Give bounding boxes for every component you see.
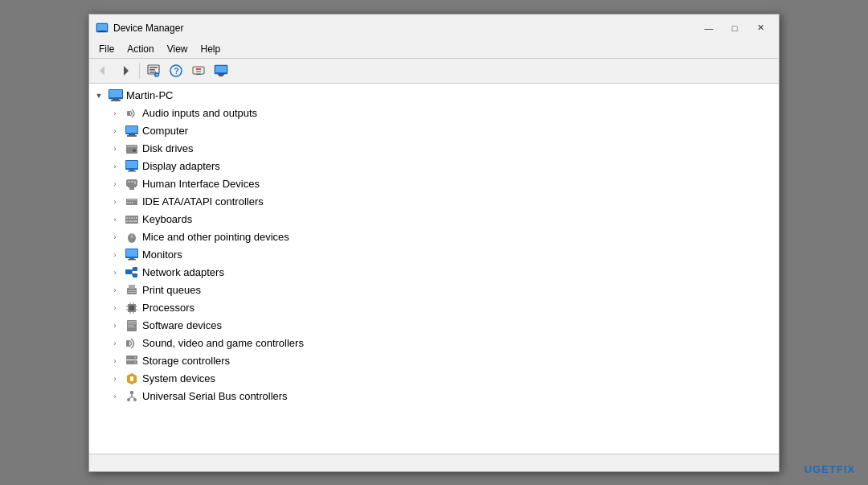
svg-point-60 [131, 235, 133, 237]
device-icon-3 [125, 159, 139, 174]
svg-rect-14 [193, 67, 204, 74]
tree-item[interactable]: › Mice and other pointing devices [108, 228, 779, 246]
menu-help[interactable]: Help [194, 42, 227, 56]
computer-icon [108, 88, 123, 103]
svg-rect-67 [133, 273, 137, 277]
svg-rect-23 [109, 90, 122, 97]
device-label-11: Processors [142, 302, 194, 314]
device-icon-10 [125, 283, 139, 298]
expand-arrow-16: › [108, 390, 121, 403]
expand-arrow-12: › [108, 319, 121, 332]
tree-item[interactable]: › Sound, video and game controllers [108, 335, 779, 352]
tree-item[interactable]: › Processors [108, 299, 779, 317]
menu-file[interactable]: File [92, 42, 121, 56]
expand-arrow-5: › [108, 195, 121, 208]
svg-rect-2 [98, 31, 106, 31]
close-button[interactable]: ✕ [748, 19, 772, 37]
svg-rect-62 [126, 249, 137, 257]
window-title: Device Manager [113, 23, 697, 34]
device-label-3: Display adapters [142, 160, 220, 172]
expand-arrow-2: › [108, 142, 121, 155]
device-icon-15 [125, 372, 139, 386]
tree-item[interactable]: › Print queues [108, 282, 779, 299]
device-icon-2 [125, 142, 139, 156]
device-icon-12 [125, 319, 139, 333]
forward-button[interactable] [115, 61, 136, 80]
expand-arrow-15: › [108, 372, 121, 385]
device-label-2: Disk drives [142, 142, 194, 154]
device-manager-window: Device Manager — □ ✕ File Action View He… [88, 14, 780, 472]
device-icon-14 [125, 354, 139, 368]
device-tree[interactable]: ▼ Martin-PC › Audio inputs and outputs ›… [89, 84, 779, 454]
svg-rect-50 [126, 217, 128, 219]
remove-device-button[interactable] [188, 61, 209, 80]
svg-rect-65 [125, 269, 132, 274]
device-icon-4 [125, 177, 139, 191]
window-icon [96, 22, 108, 35]
menu-view[interactable]: View [161, 42, 194, 56]
minimize-button[interactable]: — [697, 19, 721, 37]
svg-line-69 [132, 272, 133, 276]
tree-item[interactable]: › Display adapters [108, 158, 779, 175]
tree-item[interactable]: › Human Interface Devices [108, 175, 779, 193]
svg-rect-35 [126, 161, 137, 168]
tree-item[interactable]: › Disk drives [108, 140, 779, 158]
svg-rect-19 [215, 66, 227, 72]
svg-rect-72 [128, 290, 136, 291]
tree-item[interactable]: › IDE ATA/ATAPI controllers [108, 193, 779, 211]
tree-root[interactable]: ▼ Martin-PC [92, 87, 779, 105]
display-button[interactable] [211, 61, 231, 80]
svg-point-46 [127, 202, 129, 203]
tree-item[interactable]: › Monitors [108, 246, 779, 264]
toolbar-separator-1 [139, 63, 140, 79]
menu-action[interactable]: Action [121, 42, 160, 56]
svg-rect-95 [130, 391, 133, 394]
svg-rect-29 [129, 134, 135, 135]
svg-rect-89 [126, 340, 129, 347]
tree-children: › Audio inputs and outputs › Computer › … [89, 105, 779, 405]
menu-bar: File Action View Help [89, 40, 779, 59]
expand-arrow-11: › [108, 302, 121, 314]
svg-rect-40 [129, 187, 134, 190]
device-label-9: Network adapters [142, 266, 224, 278]
svg-rect-28 [126, 126, 137, 133]
svg-rect-36 [129, 170, 134, 171]
tree-item[interactable]: › Universal Serial Bus controllers [108, 388, 779, 405]
svg-rect-56 [129, 220, 133, 222]
tree-item[interactable]: › Network adapters [108, 264, 779, 282]
svg-rect-43 [134, 181, 136, 184]
tree-item[interactable]: › System devices [108, 370, 779, 388]
svg-rect-57 [133, 220, 137, 222]
svg-rect-39 [128, 187, 136, 187]
svg-rect-64 [128, 259, 136, 261]
device-icon-7 [125, 230, 139, 245]
svg-rect-87 [128, 325, 133, 326]
tree-item[interactable]: › Computer [108, 122, 779, 140]
svg-rect-53 [133, 217, 135, 219]
tree-item[interactable]: › Storage controllers [108, 352, 779, 370]
back-button[interactable] [92, 61, 113, 80]
device-label-8: Monitors [142, 249, 182, 261]
tree-item[interactable]: › Keyboards [108, 211, 779, 228]
svg-rect-51 [129, 217, 130, 219]
svg-point-92 [134, 356, 136, 358]
svg-rect-21 [219, 75, 223, 76]
device-icon-13 [125, 336, 139, 351]
tree-item[interactable]: › Audio inputs and outputs [108, 105, 779, 122]
svg-rect-52 [131, 217, 133, 219]
device-icon-6 [125, 212, 139, 227]
expand-arrow-root: ▼ [92, 89, 105, 102]
device-label-4: Human Interface Devices [142, 178, 260, 190]
svg-rect-75 [129, 306, 134, 310]
device-icon-9 [125, 265, 139, 280]
device-label-0: Audio inputs and outputs [142, 107, 257, 119]
help-button[interactable]: ? [166, 61, 186, 80]
root-label: Martin-PC [126, 89, 174, 101]
device-icon-5 [125, 195, 139, 209]
maximize-button[interactable]: □ [723, 19, 747, 37]
device-label-1: Computer [142, 125, 188, 137]
device-icon-16 [125, 389, 139, 404]
title-bar: Device Manager — □ ✕ [89, 14, 779, 40]
properties-button[interactable]: ? [143, 61, 164, 80]
tree-item[interactable]: › Software devices [108, 317, 779, 335]
